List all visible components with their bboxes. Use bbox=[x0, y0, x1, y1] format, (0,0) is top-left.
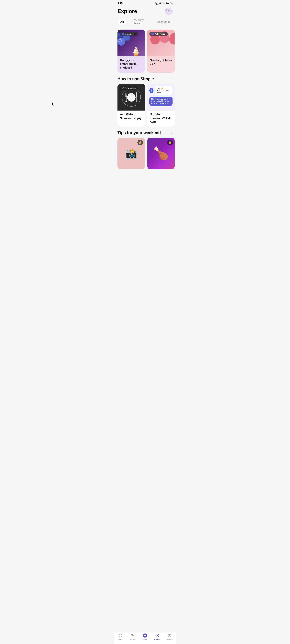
tab-bookmarks[interactable]: Bookmarks bbox=[153, 19, 172, 25]
status-time: 9:13 bbox=[118, 2, 122, 5]
profile-avatar[interactable]: let them ♡ bbox=[165, 8, 172, 15]
svg-rect-5 bbox=[160, 2, 160, 4]
status-bar: 9:13 bbox=[114, 0, 176, 6]
user-message: Hey Avo, what can I make with chickpeas,… bbox=[150, 97, 172, 106]
mute-icon bbox=[155, 2, 158, 5]
avo-chat-image: 💧 Hey! 👋How can I help you? Hey Avo, wha… bbox=[147, 84, 175, 110]
avatar-text: let them bbox=[166, 9, 172, 11]
ask-dietitian-cards: ✓ Ask dietitian Hungry for smart snack c… bbox=[114, 30, 176, 73]
tips-arrow[interactable]: › bbox=[172, 131, 172, 135]
avo-vision-card[interactable]: 🚀 New feature Avo Vision: Scan, eat, enj… bbox=[118, 84, 145, 126]
battery-icon bbox=[166, 2, 172, 4]
tips-cards: 🔒 🔒 bbox=[114, 138, 176, 169]
gut-card-title: Need a gut tune-up? bbox=[147, 56, 175, 66]
main-content: ✓ Ask dietitian Hungry for smart snack c… bbox=[114, 30, 176, 185]
avatar-heart: ♡ bbox=[166, 11, 172, 13]
avo-avatar: 💧 bbox=[150, 88, 154, 93]
avo-vision-title: Avo Vision: Scan, eat, enjoy bbox=[118, 110, 145, 123]
chat-header: 💧 Hey! 👋How can I help you? bbox=[150, 86, 172, 95]
balloon-3 bbox=[169, 33, 175, 44]
tip-card-turkey[interactable]: 🔒 bbox=[147, 138, 175, 169]
signal-icon bbox=[159, 2, 162, 4]
wifi-icon bbox=[162, 2, 166, 4]
ask-card-gut[interactable]: ✓ Ask dietitian Need a gut tune-up? bbox=[147, 30, 175, 73]
chat-conversation: 💧 Hey! 👋How can I help you? Hey Avo, wha… bbox=[147, 84, 175, 110]
how-to-use-section-header: How to use Simple › bbox=[114, 73, 176, 84]
tip-card-photos[interactable]: 🔒 bbox=[118, 138, 145, 169]
ask-card-snacks[interactable]: ✓ Ask dietitian Hungry for smart snack c… bbox=[118, 30, 145, 73]
how-to-use-cards: 🚀 New feature Avo Vision: Scan, eat, enj… bbox=[114, 84, 176, 126]
page-title: Explore bbox=[118, 8, 137, 14]
ask-dietitian-badge-2: ✓ Ask dietitian bbox=[150, 32, 168, 36]
tips-title: Tips for your weekend bbox=[118, 130, 161, 135]
snack-card-title: Hungry for smart snack choices? bbox=[118, 56, 145, 70]
avo-chat-title: Nutrition questions? Ask Avo! bbox=[147, 110, 175, 126]
svg-rect-4 bbox=[160, 3, 160, 4]
check-icon: ✓ bbox=[122, 32, 124, 36]
scan-crosshair bbox=[130, 96, 133, 99]
check-icon-2: ✓ bbox=[151, 32, 154, 36]
rocket-icon: 🚀 bbox=[122, 87, 124, 89]
ask-dietitian-badge: ✓ Ask dietitian bbox=[120, 32, 138, 36]
how-to-use-arrow[interactable]: › bbox=[172, 77, 172, 81]
how-to-use-title: How to use Simple bbox=[118, 76, 154, 81]
avo-vision-image: 🚀 New feature bbox=[118, 84, 145, 110]
svg-rect-6 bbox=[161, 2, 161, 4]
tips-section-header: Tips for your weekend › bbox=[114, 126, 176, 138]
tab-recently-viewed[interactable]: Recently viewed bbox=[130, 17, 150, 26]
svg-rect-3 bbox=[159, 4, 159, 4]
status-icons bbox=[155, 2, 172, 5]
avo-greeting: Hey! 👋How can I help you? bbox=[155, 86, 172, 95]
header: Explore let them ♡ bbox=[114, 6, 176, 17]
filter-tabs: All Recently viewed Bookmarks bbox=[114, 17, 176, 30]
avo-chat-card[interactable]: 💧 Hey! 👋How can I help you? Hey Avo, wha… bbox=[147, 84, 175, 126]
tab-all[interactable]: All bbox=[118, 19, 127, 25]
new-feature-badge: 🚀 New feature bbox=[120, 86, 138, 90]
